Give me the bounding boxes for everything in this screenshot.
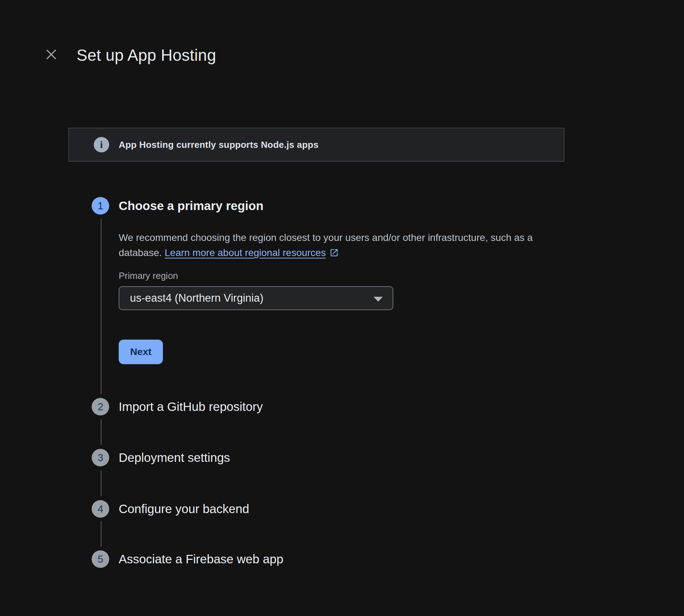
external-link-icon	[329, 247, 339, 262]
step-4-title: Configure your backend	[119, 500, 249, 518]
step-3-indicator: 3	[92, 449, 109, 466]
learn-more-link-label: Learn more about regional resources	[165, 247, 326, 258]
region-description: We recommend choosing the region closest…	[119, 230, 542, 262]
step-2-indicator: 2	[92, 398, 109, 415]
step-2-title: Import a GitHub repository	[119, 398, 263, 415]
step-1-indicator: 1	[92, 197, 109, 215]
step-2-number: 2	[98, 401, 103, 413]
info-icon: i	[94, 137, 109, 152]
step-connector-4-5	[101, 522, 101, 546]
step-5-title: Associate a Firebase web app	[119, 550, 283, 568]
step-4-indicator: 4	[92, 500, 109, 518]
page-title: Set up App Hosting	[77, 46, 216, 65]
close-icon	[45, 48, 58, 62]
step-connector-2-3	[101, 419, 101, 445]
step-3-number: 3	[98, 452, 103, 464]
step-4-number: 4	[98, 503, 103, 515]
step-5-indicator: 5	[92, 550, 109, 568]
info-banner: i App Hosting currently supports Node.js…	[68, 128, 564, 162]
dialog-header: Set up App Hosting	[44, 46, 216, 65]
info-banner-text: App Hosting currently supports Node.js a…	[119, 139, 318, 150]
step-5-number: 5	[98, 553, 103, 565]
close-button[interactable]	[44, 47, 59, 63]
learn-more-link[interactable]: Learn more about regional resources	[165, 247, 339, 258]
step-connector-3-4	[101, 470, 101, 496]
primary-region-select[interactable]: us-east4 (Northern Virginia)	[119, 286, 393, 310]
next-button[interactable]: Next	[119, 340, 163, 364]
primary-region-selected-value: us-east4 (Northern Virginia)	[130, 292, 263, 304]
step-1-number: 1	[98, 200, 103, 212]
primary-region-label: Primary region	[119, 270, 178, 281]
step-1-title: Choose a primary region	[119, 197, 263, 215]
step-connector-1-2	[101, 218, 101, 394]
step-3-title: Deployment settings	[119, 449, 230, 466]
dropdown-caret-icon	[374, 297, 383, 302]
next-button-label: Next	[130, 346, 152, 358]
